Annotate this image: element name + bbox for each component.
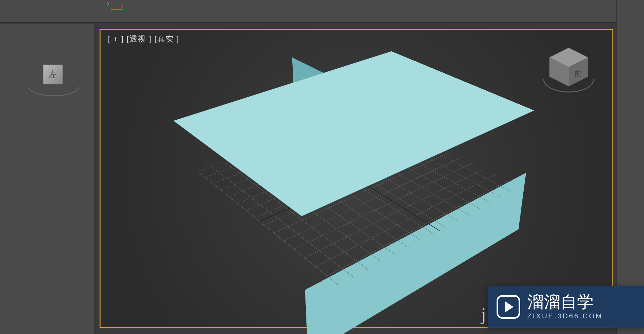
scene-3d[interactable]	[100, 29, 613, 328]
left-viewcube-face[interactable]: 左	[43, 64, 63, 85]
axis-y-label: y	[107, 0, 109, 5]
left-viewcube-label: 左	[49, 69, 57, 81]
watermark-title: 溜溜自学	[527, 293, 603, 310]
left-viewcube-icon[interactable]: 左	[28, 59, 66, 97]
right-side-strip	[616, 0, 644, 334]
watermark-behind-char: j	[481, 304, 486, 324]
perspective-viewport[interactable]: [ + ] [透视 ] [真实 ] 前	[100, 29, 613, 328]
watermark-url: zixue.3d66.com	[527, 312, 603, 320]
axis-x-label: x	[121, 4, 123, 9]
top-toolbar: y x	[0, 0, 644, 23]
axis-gizmo-icon: y x	[106, 0, 125, 13]
watermark-banner: 溜溜自学 zixue.3d66.com	[488, 286, 644, 328]
left-side-panel: 左	[0, 24, 95, 334]
left-viewcube-ring-icon	[28, 87, 79, 96]
box-top-face[interactable]	[173, 51, 534, 216]
box-primitive[interactable]	[182, 106, 526, 290]
play-icon	[497, 295, 520, 319]
